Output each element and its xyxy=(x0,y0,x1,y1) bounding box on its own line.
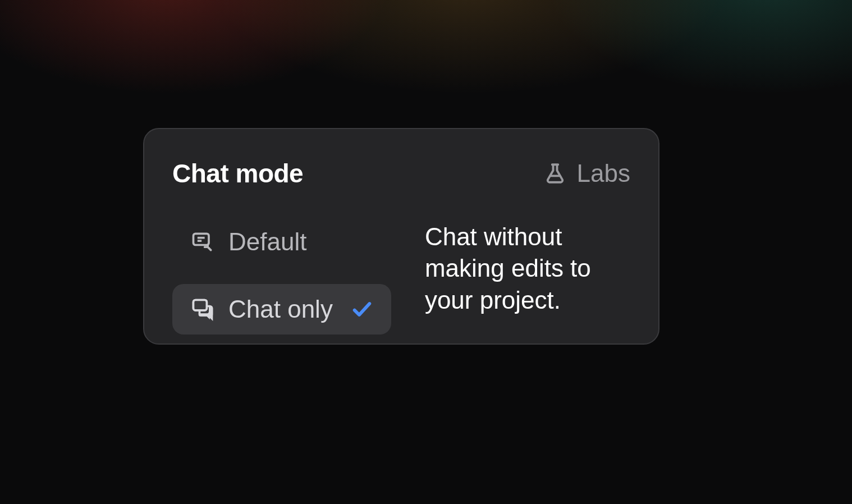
message-edit-icon xyxy=(190,230,215,254)
mode-description: Chat without making edits to your projec… xyxy=(425,217,630,335)
flask-icon xyxy=(543,162,567,185)
svg-rect-0 xyxy=(194,233,209,245)
chat-mode-panel: Chat mode Labs Default xyxy=(143,128,659,345)
mode-list: Default Chat only xyxy=(172,217,391,335)
labs-badge[interactable]: Labs xyxy=(543,159,630,187)
labs-label: Labs xyxy=(577,159,630,187)
mode-label: Default xyxy=(228,228,306,256)
mode-item-chat-only[interactable]: Chat only xyxy=(172,284,391,335)
panel-title: Chat mode xyxy=(172,158,303,189)
mode-label: Chat only xyxy=(228,295,333,323)
mode-item-default[interactable]: Default xyxy=(172,217,391,267)
panel-body: Default Chat only Chat without making ed… xyxy=(172,217,630,335)
panel-header: Chat mode Labs xyxy=(172,158,630,189)
chat-bubbles-icon xyxy=(190,297,215,322)
svg-rect-4 xyxy=(194,300,207,310)
check-icon xyxy=(351,298,373,320)
